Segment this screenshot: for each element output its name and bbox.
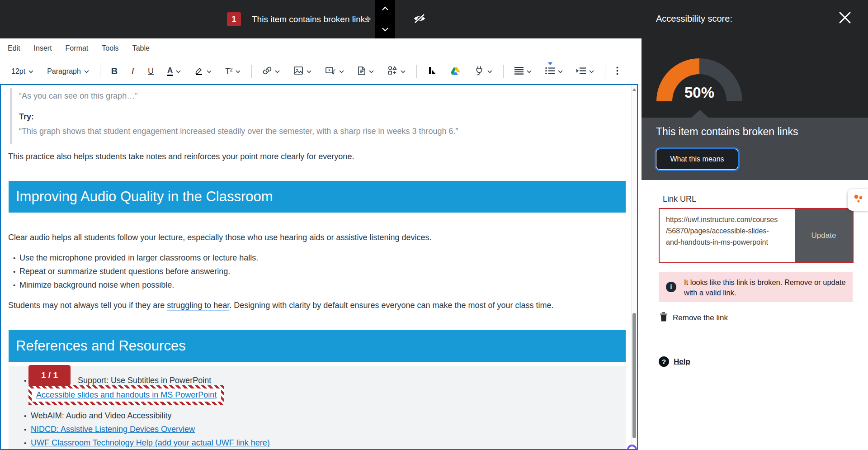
references-box: 1 / 1 Support: Use Subtitles in PowerPoi… [9, 366, 626, 450]
question-icon: ? [659, 356, 669, 367]
issue-count-badge: 1 [227, 12, 241, 26]
next-issue-button[interactable] [382, 26, 389, 33]
score-value: 50% [656, 84, 742, 101]
kebab-icon [616, 66, 618, 76]
font-size-dropdown[interactable]: 12pt [9, 67, 36, 76]
broken-link[interactable]: Accessible slides and handouts in MS Pow… [36, 390, 217, 399]
update-button[interactable]: Update [795, 209, 853, 262]
rce-content-area[interactable]: “As you can see on this graph…” Try: “Th… [0, 84, 638, 450]
list-item: Repeat or summarize student questions be… [19, 267, 230, 276]
chevron-down-icon [369, 68, 374, 75]
chevron-down-icon [401, 68, 406, 75]
underline-button[interactable]: U [145, 66, 156, 76]
eye-slash-icon [413, 13, 426, 26]
more-options-button[interactable] [613, 66, 621, 77]
chevron-down-icon [28, 68, 33, 75]
list-dropdown[interactable] [542, 66, 566, 76]
alignment-dropdown[interactable] [512, 66, 534, 76]
score-section: Accessibility score: 50% [642, 0, 868, 118]
ally-launcher[interactable] [848, 189, 868, 211]
section-heading-banner: Improving Audio Quality in the Classroom [9, 181, 626, 213]
rce-toolbar: 12pt Paragraph B I U A T² [0, 58, 638, 84]
scroll-up-arrow-icon[interactable] [632, 88, 636, 91]
trash-icon [660, 312, 668, 324]
highlighter-icon [194, 66, 203, 76]
struggling-to-hear-link[interactable]: struggling to hear [167, 301, 229, 311]
message-pointer-icon [367, 16, 371, 22]
chevron-down-icon [236, 68, 241, 75]
scrollbar-thumb[interactable] [632, 313, 636, 438]
chevron-down-icon [307, 68, 311, 75]
icon-maker-dropdown[interactable] [385, 65, 408, 77]
image-icon [293, 66, 303, 76]
remove-link-label: Remove the link [673, 313, 728, 322]
italic-button[interactable]: I [128, 66, 137, 77]
menu-format[interactable]: Format [66, 44, 89, 52]
close-icon [839, 11, 851, 25]
topbar-issue-message: This item contains broken links [252, 0, 369, 38]
list-item: Minimize background noise when possible. [19, 280, 174, 290]
bold-button[interactable]: B [108, 66, 120, 77]
text-color-dropdown[interactable]: A [165, 66, 184, 76]
indent-dropdown[interactable] [574, 66, 597, 76]
bullet-list-icon [545, 67, 555, 76]
paragraph-style-dropdown[interactable]: Paragraph [44, 67, 92, 76]
remove-link-action[interactable]: Remove the link [660, 312, 728, 324]
issue-position-badge: 1 / 1 [28, 365, 71, 386]
editor-scrollbar[interactable] [631, 85, 637, 449]
chevron-down-icon [527, 68, 532, 75]
previous-issue-button[interactable] [382, 5, 389, 12]
toolbar-divider [605, 65, 605, 78]
kaltura-media-button[interactable] [425, 66, 439, 77]
media-dropdown[interactable] [322, 66, 347, 77]
google-drive-button[interactable] [448, 66, 463, 77]
menu-tools[interactable]: Tools [102, 44, 118, 52]
link-url-input[interactable]: https://uwf.instructure.com/courses /568… [660, 209, 795, 262]
accessibility-panel: Accessibility score: 50% This item conta… [642, 0, 868, 450]
paragraph: Clear audio helps all students follow yo… [8, 233, 432, 242]
chevron-down-icon [84, 68, 89, 75]
chevron-up-icon [382, 5, 389, 12]
list-item: WebAIM: Audio and Video Accessibility [31, 411, 172, 421]
info-icon: i [666, 282, 676, 292]
issue-section: This item contains broken links What thi… [642, 118, 868, 180]
chevron-down-icon [275, 68, 280, 75]
warning-text: It looks like this link is broken. Remov… [684, 278, 846, 297]
chevron-down-icon [382, 26, 389, 33]
what-this-means-button[interactable]: What this means [656, 149, 738, 170]
shapes-icon [387, 66, 397, 77]
help-label: Help [674, 357, 690, 366]
highlight-color-dropdown[interactable] [192, 66, 214, 77]
chevron-down-icon [589, 68, 594, 75]
close-panel-button[interactable] [836, 9, 854, 27]
apps-dropdown[interactable] [472, 65, 495, 77]
chevron-down-icon [207, 68, 212, 75]
menu-edit[interactable]: Edit [8, 44, 20, 52]
uwf-link[interactable]: UWF Classroom Technology Help (add your … [31, 438, 270, 447]
menu-insert[interactable]: Insert [34, 44, 52, 52]
help-link[interactable]: ? Help [659, 356, 690, 367]
superscript-dropdown[interactable]: T² [222, 66, 243, 76]
fix-section: Link URL https://uwf.instructure.com/cou… [642, 180, 868, 450]
list-item: NIDCD: Assistive Listening Devices Overv… [31, 425, 195, 434]
visibility-off-button[interactable] [412, 13, 427, 25]
heading-text: References and Resources [16, 338, 186, 354]
blockquote-line: “This graph shows that student engagemen… [19, 127, 458, 136]
link-dropdown[interactable] [260, 66, 283, 77]
toolbar-divider [251, 65, 252, 78]
broken-link-warning: i It looks like this link is broken. Rem… [659, 272, 853, 302]
image-dropdown[interactable] [291, 66, 314, 77]
list-item: UWF Classroom Technology Help (add your … [31, 438, 270, 448]
toolbar-divider [416, 65, 417, 78]
link-url-group: https://uwf.instructure.com/courses /568… [659, 208, 854, 263]
indent-icon [576, 67, 586, 76]
list-item: Support: Use Subtitles in PowerPoint [78, 376, 211, 385]
active-indicator-triangle [548, 62, 552, 65]
blockquote-border [10, 88, 12, 144]
rce-menubar: Edit Insert Format Tools Table [0, 38, 638, 58]
document-dropdown[interactable] [355, 66, 377, 77]
menu-table[interactable]: Table [132, 44, 150, 52]
nidcd-link[interactable]: NIDCD: Assistive Listening Devices Overv… [31, 425, 195, 434]
chevron-down-icon [487, 68, 492, 75]
media-icon [325, 66, 336, 76]
